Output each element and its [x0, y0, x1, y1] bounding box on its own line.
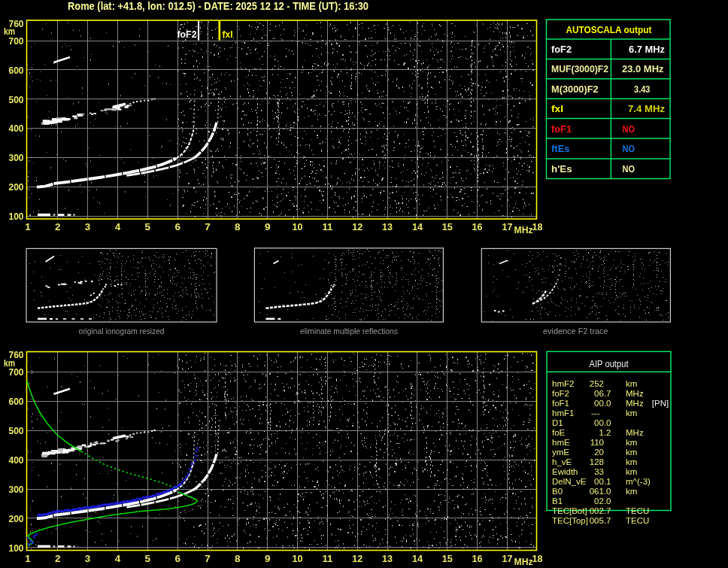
svg-text:8: 8	[235, 553, 241, 564]
svg-text:17: 17	[502, 221, 513, 232]
svg-text:005.7: 005.7	[590, 516, 611, 525]
svg-text:00.1: 00.1	[594, 477, 611, 486]
svg-text:DelN_vE: DelN_vE	[552, 477, 587, 486]
svg-text:600: 600	[9, 65, 24, 76]
svg-text:18: 18	[532, 553, 542, 564]
svg-text:12: 12	[352, 221, 362, 232]
svg-text:6: 6	[174, 553, 180, 564]
svg-text:15: 15	[442, 221, 453, 232]
svg-text:NO: NO	[623, 123, 635, 135]
svg-text:15: 15	[442, 553, 453, 564]
svg-text:km: km	[626, 379, 637, 388]
svg-text:10: 10	[293, 221, 303, 232]
svg-text:23.0 MHz: 23.0 MHz	[622, 63, 664, 74]
svg-text:TEC[Top]: TEC[Top]	[552, 516, 588, 525]
svg-text:M(3000)F2: M(3000)F2	[551, 84, 599, 95]
svg-text:18: 18	[532, 221, 542, 232]
svg-text:1: 1	[25, 553, 31, 564]
svg-text:B1: B1	[552, 497, 563, 506]
svg-text:TECU: TECU	[626, 516, 649, 525]
svg-text:2: 2	[55, 221, 61, 232]
svg-text:9: 9	[265, 221, 271, 232]
svg-text:8: 8	[235, 221, 241, 232]
svg-text:fxI: fxI	[551, 103, 563, 114]
svg-text:7: 7	[205, 221, 211, 232]
svg-text:17: 17	[502, 553, 513, 564]
svg-text:h_vE: h_vE	[552, 457, 572, 466]
svg-text:13: 13	[382, 221, 393, 232]
svg-text:500: 500	[9, 94, 24, 105]
svg-text:foF1: foF1	[552, 399, 569, 408]
svg-text:hmF1: hmF1	[552, 409, 574, 418]
svg-text:500: 500	[9, 425, 24, 436]
svg-text:20: 20	[594, 448, 604, 457]
svg-text:100: 100	[9, 211, 24, 222]
svg-text:6: 6	[174, 221, 180, 232]
svg-text:AUTOSCALA output: AUTOSCALA output	[566, 24, 652, 35]
svg-text:km: km	[626, 438, 637, 447]
svg-text:600: 600	[9, 396, 24, 407]
svg-text:5: 5	[145, 553, 151, 564]
svg-text:110: 110	[590, 438, 604, 447]
svg-text:fxI: fxI	[223, 29, 233, 40]
svg-text:6.7 MHz: 6.7 MHz	[629, 44, 665, 55]
svg-text:16: 16	[472, 553, 483, 564]
svg-text:MHz: MHz	[626, 389, 644, 398]
svg-text:km: km	[626, 487, 637, 496]
svg-text:ymE: ymE	[552, 448, 569, 457]
svg-text:400: 400	[9, 454, 24, 466]
svg-text:B0: B0	[552, 487, 563, 496]
svg-text:TEC[Bot]: TEC[Bot]	[552, 506, 587, 515]
svg-text:evidence F2 trace: evidence F2 trace	[543, 327, 608, 336]
svg-text:foF2: foF2	[177, 29, 197, 40]
svg-text:7: 7	[205, 553, 211, 564]
svg-text:foF2: foF2	[551, 44, 572, 55]
svg-text:D1: D1	[552, 418, 563, 427]
svg-text:11: 11	[322, 553, 332, 564]
svg-text:9: 9	[265, 553, 271, 564]
svg-text:200: 200	[9, 181, 24, 193]
svg-text:5: 5	[145, 221, 151, 232]
svg-text:foF1: foF1	[551, 123, 572, 135]
svg-text:12: 12	[352, 553, 362, 564]
svg-text:[PN]: [PN]	[652, 399, 669, 408]
svg-text:NO: NO	[623, 143, 635, 154]
svg-text:100: 100	[9, 542, 24, 554]
svg-text:km: km	[626, 457, 637, 466]
svg-text:00.0: 00.0	[594, 418, 611, 427]
svg-text:eliminate multiple reflections: eliminate multiple reflections	[300, 327, 398, 336]
svg-text:13: 13	[382, 553, 393, 564]
svg-text:16: 16	[472, 221, 483, 232]
svg-text:m^(-3): m^(-3)	[626, 477, 651, 486]
svg-text:1.2: 1.2	[599, 428, 611, 437]
svg-text:3: 3	[85, 221, 91, 232]
svg-text:AIP output: AIP output	[590, 359, 629, 369]
svg-text:4: 4	[115, 221, 121, 232]
svg-text:hmE: hmE	[552, 438, 570, 447]
svg-text:MUF(3000)F2: MUF(3000)F2	[551, 63, 608, 74]
svg-text:14: 14	[412, 221, 423, 232]
svg-text:252: 252	[590, 379, 604, 388]
svg-text:MHz: MHz	[626, 428, 644, 437]
svg-text:200: 200	[9, 513, 24, 524]
svg-text:foF2: foF2	[552, 389, 569, 398]
svg-text:3: 3	[85, 553, 91, 564]
svg-text:km: km	[626, 409, 637, 418]
svg-text:700: 700	[9, 366, 24, 378]
svg-text:400: 400	[9, 123, 24, 134]
svg-text:km: km	[626, 467, 637, 476]
svg-text:MHz: MHz	[626, 399, 644, 408]
svg-text:2: 2	[55, 553, 61, 564]
svg-text:002.7: 002.7	[590, 506, 611, 515]
svg-text:1: 1	[25, 221, 31, 232]
svg-text:14: 14	[412, 553, 423, 564]
svg-text:4: 4	[115, 553, 121, 564]
svg-text:ftEs: ftEs	[551, 143, 570, 154]
svg-text:300: 300	[9, 152, 24, 163]
svg-text:3.43: 3.43	[634, 84, 651, 95]
svg-text:original ionogram resized: original ionogram resized	[79, 327, 165, 336]
svg-text:02.0: 02.0	[594, 497, 611, 506]
svg-text:00.0: 00.0	[594, 399, 611, 408]
svg-text:700: 700	[9, 35, 24, 47]
svg-text:km: km	[626, 448, 637, 457]
